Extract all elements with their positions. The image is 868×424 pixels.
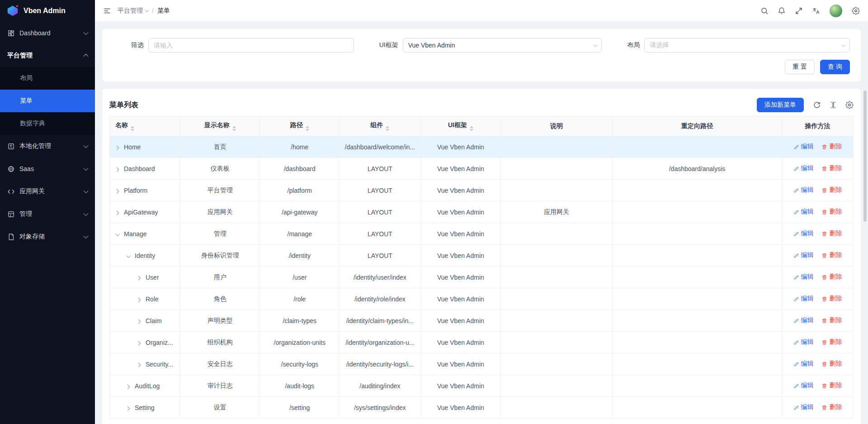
- expand-caret-icon[interactable]: [115, 189, 119, 193]
- settings-gear-icon[interactable]: [852, 7, 860, 15]
- edit-button[interactable]: 编辑: [793, 273, 814, 281]
- column-header-2[interactable]: 路径: [260, 116, 340, 136]
- delete-button[interactable]: 删除: [821, 164, 842, 172]
- sidebar-item-storage[interactable]: 对象存储: [0, 225, 95, 248]
- sidebar-item-menu[interactable]: 菜单: [0, 90, 95, 112]
- sort-icon[interactable]: [232, 126, 236, 131]
- expand-caret-icon[interactable]: [137, 319, 141, 324]
- sort-icon[interactable]: [131, 126, 134, 131]
- cell-ui-framework: Vue Vben Admin: [420, 397, 501, 419]
- sidebar-item-dashboard[interactable]: Dashboard: [0, 22, 95, 44]
- delete-button[interactable]: 删除: [821, 208, 842, 216]
- sidebar-item-platform[interactable]: 平台管理: [0, 44, 95, 67]
- delete-button[interactable]: 删除: [821, 316, 842, 324]
- delete-button[interactable]: 删除: [821, 143, 842, 151]
- bell-icon[interactable]: [778, 7, 786, 15]
- column-label: 显示名称: [204, 121, 230, 129]
- edit-button[interactable]: 编辑: [793, 208, 814, 216]
- edit-button[interactable]: 编辑: [793, 229, 814, 238]
- expand-caret-icon[interactable]: [137, 341, 141, 345]
- cell-display-name: 应用网关: [180, 201, 260, 223]
- cell-path: /identity: [260, 245, 340, 267]
- expand-caret-icon[interactable]: [115, 167, 119, 172]
- edit-button[interactable]: 编辑: [793, 251, 814, 259]
- edit-button[interactable]: 编辑: [793, 186, 814, 194]
- sidebar-fold-icon[interactable]: [103, 7, 111, 15]
- delete-button[interactable]: 删除: [821, 295, 842, 303]
- edit-button[interactable]: 编辑: [793, 381, 814, 390]
- sidebar-item-label: 布局: [20, 74, 88, 82]
- sort-icon[interactable]: [306, 126, 309, 131]
- sidebar-item-localization[interactable]: 本地化管理: [0, 135, 95, 157]
- sidebar-item-data-dict[interactable]: 数据字典: [0, 112, 95, 135]
- expand-caret-icon[interactable]: [115, 210, 119, 215]
- cell-ui-framework: Vue Vben Admin: [420, 353, 501, 375]
- delete-button[interactable]: 删除: [821, 338, 842, 346]
- breadcrumb-parent[interactable]: 平台管理: [118, 7, 148, 15]
- column-header-3[interactable]: 组件: [340, 116, 420, 136]
- delete-button[interactable]: 删除: [821, 273, 842, 281]
- add-menu-button[interactable]: 添加新菜单: [757, 98, 804, 112]
- cell-path: /organization-units: [260, 332, 340, 353]
- edit-button[interactable]: 编辑: [793, 295, 814, 303]
- sort-icon[interactable]: [386, 126, 389, 131]
- expand-caret-icon[interactable]: [126, 253, 131, 258]
- query-button[interactable]: 查 询: [820, 60, 850, 74]
- sidebar-item-gateway[interactable]: 应用网关: [0, 180, 95, 203]
- column-header-0[interactable]: 名称: [110, 116, 180, 136]
- cell-component: /auditing/index: [340, 375, 420, 397]
- cell-description: [501, 353, 613, 375]
- sidebar-item-icon: [7, 29, 15, 37]
- column-header-4[interactable]: UI框架: [420, 116, 501, 136]
- app-logo[interactable]: Vben Admin: [0, 0, 95, 22]
- sidebar-item-label: 数据字典: [20, 119, 88, 128]
- sidebar-item-manage[interactable]: 管理: [0, 203, 95, 225]
- edit-button[interactable]: 编辑: [793, 164, 814, 172]
- edit-label: 编辑: [801, 164, 814, 172]
- page-scrollbar-thumb[interactable]: [863, 91, 867, 222]
- delete-label: 删除: [829, 164, 842, 172]
- breadcrumb-separator: /: [152, 7, 154, 14]
- sort-icon[interactable]: [470, 126, 473, 131]
- keyword-input[interactable]: [154, 42, 349, 49]
- refresh-icon[interactable]: [813, 101, 821, 109]
- column-header-1[interactable]: 显示名称: [180, 116, 260, 136]
- edit-button[interactable]: 编辑: [793, 143, 814, 151]
- edit-label: 编辑: [801, 229, 814, 238]
- delete-button[interactable]: 删除: [821, 403, 842, 411]
- edit-button[interactable]: 编辑: [793, 338, 814, 346]
- main-area: 平台管理 / 菜单 筛选: [95, 0, 868, 424]
- sidebar-item-label: 应用网关: [19, 187, 80, 195]
- translate-icon[interactable]: [812, 7, 820, 15]
- row-height-icon[interactable]: [829, 101, 837, 109]
- expand-caret-icon[interactable]: [137, 362, 141, 367]
- fullscreen-icon[interactable]: [795, 7, 803, 15]
- cell-redirect-path: [612, 375, 782, 397]
- expand-caret-icon[interactable]: [137, 297, 141, 302]
- search-icon[interactable]: [760, 7, 769, 15]
- delete-button[interactable]: 删除: [821, 229, 842, 238]
- layout-select[interactable]: 请选择: [644, 38, 850, 52]
- edit-button[interactable]: 编辑: [793, 316, 814, 324]
- chevron-icon: [83, 211, 88, 216]
- reset-button[interactable]: 重 置: [785, 60, 815, 74]
- delete-button[interactable]: 删除: [821, 251, 842, 259]
- ui-framework-select[interactable]: Vue Vben Admin: [403, 38, 602, 52]
- filter-label: 筛选: [131, 41, 144, 49]
- edit-button[interactable]: 编辑: [793, 403, 814, 411]
- expand-caret-icon[interactable]: [115, 145, 119, 150]
- delete-button[interactable]: 删除: [821, 360, 842, 368]
- cell-ui-framework: Vue Vben Admin: [420, 288, 501, 310]
- app-title: Vben Admin: [24, 7, 66, 15]
- expand-caret-icon[interactable]: [137, 276, 141, 280]
- expand-caret-icon[interactable]: [115, 232, 120, 236]
- edit-button[interactable]: 编辑: [793, 360, 814, 368]
- delete-button[interactable]: 删除: [821, 381, 842, 390]
- sidebar-item-layout[interactable]: 布局: [0, 67, 95, 90]
- sidebar-item-saas[interactable]: Saas: [0, 157, 95, 180]
- expand-caret-icon[interactable]: [126, 406, 130, 410]
- table-settings-gear-icon[interactable]: [845, 101, 854, 109]
- user-avatar[interactable]: [829, 4, 843, 18]
- expand-caret-icon[interactable]: [126, 384, 130, 389]
- delete-button[interactable]: 删除: [821, 186, 842, 194]
